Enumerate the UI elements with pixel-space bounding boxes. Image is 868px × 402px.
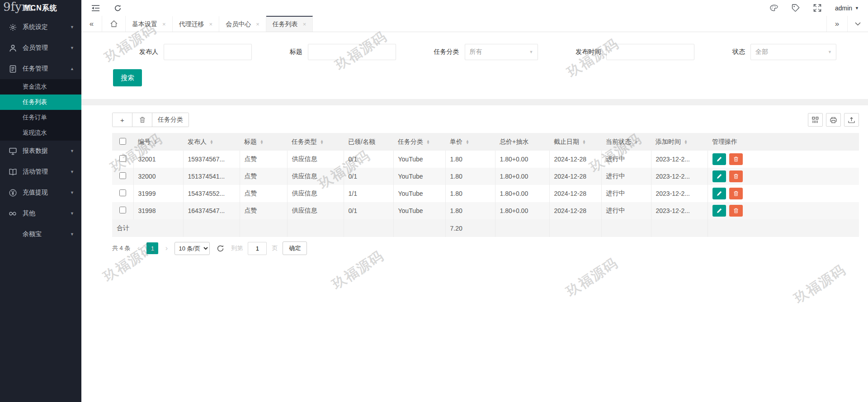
col-title[interactable]: 标题▲▼ (240, 133, 287, 151)
pencil-icon (717, 191, 722, 196)
cell-total: 1.80+0.00 (495, 185, 549, 202)
sidebar-item-system-settings[interactable]: 系统设定 ▼ (0, 17, 81, 38)
document-icon (9, 65, 17, 73)
filter-status: 状态 全部 ▼ (732, 44, 836, 60)
close-icon[interactable]: × (256, 21, 259, 27)
print-button[interactable] (826, 113, 841, 127)
title-input[interactable] (308, 44, 396, 60)
sidebar-subitem-task-list[interactable]: 任务列表 (0, 95, 81, 110)
cell-category: YouTube (393, 185, 445, 202)
sort-icon[interactable]: ▲▼ (426, 140, 430, 144)
sort-icon[interactable]: ▲▼ (260, 140, 264, 144)
delete-button[interactable] (729, 153, 743, 165)
cell-status: 进行中 (601, 202, 651, 219)
row-checkbox[interactable] (119, 172, 126, 179)
sidebar-subitem-task-orders[interactable]: 任务订单 (0, 110, 81, 125)
menu-fold-icon[interactable] (91, 5, 100, 12)
col-added[interactable]: 添加时间▲▼ (651, 133, 708, 151)
category-select[interactable]: 所有 ▼ (465, 44, 538, 60)
sidebar-item-yuebao[interactable]: 余额宝 ▼ (0, 224, 81, 245)
delete-selected-button[interactable] (132, 113, 152, 127)
col-deadline[interactable]: 截止日期▲▼ (549, 133, 601, 151)
tab-task-list[interactable]: 任务列表 × (266, 16, 313, 32)
sidebar-item-activity-management[interactable]: 活动管理 ▼ (0, 161, 81, 182)
goto-page-input[interactable] (248, 242, 267, 255)
sidebar-item-member-management[interactable]: 会员管理 ▼ (0, 38, 81, 58)
tab-label: 代理迁移 (179, 20, 204, 28)
chevron-up-icon: ▲ (70, 66, 74, 71)
sort-icon[interactable]: ▲▼ (466, 140, 469, 144)
page-number-button[interactable]: 1 (146, 242, 158, 254)
search-button[interactable]: 搜索 (113, 69, 142, 86)
close-icon[interactable]: × (303, 21, 307, 27)
add-button[interactable]: + (113, 113, 132, 127)
delete-button[interactable] (729, 205, 743, 217)
home-tab[interactable] (102, 16, 126, 32)
col-id[interactable]: 编号▲▼ (133, 133, 183, 151)
task-category-button[interactable]: 任务分类 (152, 113, 189, 127)
close-icon[interactable]: × (209, 21, 213, 27)
per-page-select[interactable]: 10 条/页 (175, 242, 210, 255)
tag-icon[interactable] (792, 4, 800, 12)
fullscreen-icon[interactable] (813, 4, 821, 12)
row-checkbox[interactable] (119, 155, 126, 162)
edit-button[interactable] (712, 170, 726, 182)
col-publisher[interactable]: 发布人▲▼ (183, 133, 240, 151)
refresh-icon[interactable] (113, 5, 122, 12)
delete-button[interactable] (729, 188, 743, 199)
publisher-input[interactable] (164, 44, 252, 60)
tab-member-center[interactable]: 会员中心 × (219, 16, 266, 32)
sidebar-menu: 系统设定 ▼ 会员管理 ▼ 任务管理 ▲ 资金流水 任务列表 任务 (0, 16, 81, 245)
cell-id: 32001 (133, 151, 183, 168)
user-menu[interactable]: admin ▼ (835, 5, 859, 12)
refresh-table-icon[interactable] (217, 245, 224, 252)
status-select[interactable]: 全部 ▼ (750, 44, 836, 60)
tabs-scroll-left-button[interactable]: « (81, 16, 102, 32)
col-status[interactable]: 当前状态▲▼ (601, 133, 651, 151)
pagination: 共 4 条 ‹ 1 › 10 条/页 到第 页 确定 (112, 237, 859, 260)
prev-page-button[interactable]: ‹ (135, 244, 142, 252)
cell-type: 供应信息 (287, 202, 344, 219)
edit-button[interactable] (712, 205, 726, 217)
col-price[interactable]: 单价▲▼ (445, 133, 495, 151)
chevron-down-icon: ▼ (828, 50, 832, 54)
table-row: 31999 154374552... 点赞 供应信息 1/1 YouTube 1… (112, 185, 859, 202)
publish-time-input[interactable] (606, 44, 694, 60)
tab-agent-migration[interactable]: 代理迁移 × (173, 16, 220, 32)
theme-palette-icon[interactable] (770, 4, 778, 12)
sidebar-subitem-fund-flow[interactable]: 资金流水 (0, 79, 81, 95)
row-checkbox[interactable] (119, 207, 126, 213)
cell-price: 1.80 (445, 185, 495, 202)
sort-icon[interactable]: ▲▼ (684, 140, 688, 144)
select-all-checkbox[interactable] (119, 138, 126, 145)
filter-panel: 发布人 标题 任务分类 所有 ▼ 发 (81, 32, 868, 99)
row-checkbox[interactable] (119, 189, 126, 196)
publish-time-label: 发布时间 (576, 48, 601, 56)
cell-added: 2023-12-2... (651, 151, 708, 168)
sort-icon[interactable]: ▲▼ (320, 140, 324, 144)
close-icon[interactable]: × (162, 21, 166, 27)
sort-icon[interactable]: ▲▼ (154, 140, 157, 144)
sidebar-item-task-management[interactable]: 任务管理 ▲ (0, 58, 81, 79)
sort-icon[interactable]: ▲▼ (634, 140, 638, 144)
tab-basic-settings[interactable]: 基本设置 × (126, 16, 173, 32)
tabs-scroll-right-button[interactable]: » (826, 16, 847, 32)
next-page-button[interactable]: › (163, 244, 170, 252)
columns-toggle-button[interactable] (808, 113, 823, 127)
trash-icon (733, 208, 739, 213)
sidebar-item-recharge-withdraw[interactable]: 充值提现 ▼ (0, 182, 81, 203)
delete-button[interactable] (729, 170, 743, 182)
sort-icon[interactable]: ▲▼ (210, 140, 213, 144)
sidebar-item-other[interactable]: 其他 ▼ (0, 203, 81, 224)
edit-button[interactable] (712, 188, 726, 199)
sort-icon[interactable]: ▲▼ (582, 140, 586, 144)
edit-button[interactable] (712, 153, 726, 165)
export-button[interactable] (844, 113, 859, 127)
col-type[interactable]: 任务类型▲▼ (287, 133, 344, 151)
sidebar-item-report-data[interactable]: 报表数据 ▼ (0, 141, 81, 161)
sidebar-subitem-cashback-flow[interactable]: 返现流水 (0, 125, 81, 141)
col-category[interactable]: 任务分类▲▼ (393, 133, 445, 151)
tabs-dropdown-button[interactable] (847, 16, 868, 32)
col-total: 总价+抽水 (495, 133, 549, 151)
goto-confirm-button[interactable]: 确定 (283, 241, 307, 255)
